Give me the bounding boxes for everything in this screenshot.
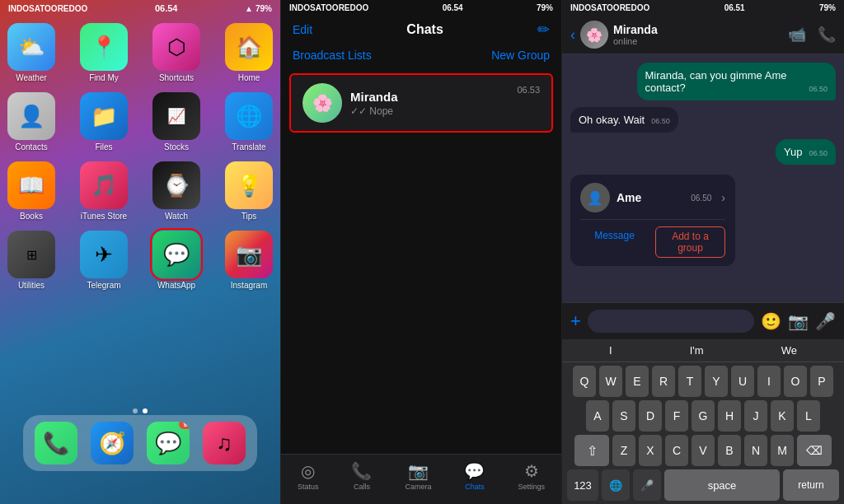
app-icon-books[interactable]: 📖 xyxy=(7,161,55,209)
app-whatsapp[interactable]: 💬 WhatsApp xyxy=(147,231,206,290)
app-utilities[interactable]: ⊞ Utilities xyxy=(2,231,61,290)
key-w[interactable]: W xyxy=(599,366,622,397)
dock-messages[interactable]: 💬 9 xyxy=(147,422,190,464)
camera-input-button[interactable]: 📷 xyxy=(788,311,809,331)
key-backspace[interactable]: ⌫ xyxy=(797,435,832,466)
contact-addgroup-button[interactable]: Add to a group xyxy=(655,226,725,258)
contact-card-chevron: › xyxy=(721,191,725,204)
app-icon-itunes[interactable]: 🎵 xyxy=(80,161,128,209)
app-findmy[interactable]: 📍 Find My xyxy=(74,23,134,82)
key-o[interactable]: O xyxy=(784,366,807,397)
app-icon-weather[interactable]: ⛅ xyxy=(7,23,55,71)
key-m[interactable]: M xyxy=(771,435,794,466)
dock-icon-safari[interactable]: 🧭 xyxy=(91,422,134,464)
key-b[interactable]: B xyxy=(718,435,741,466)
key-r[interactable]: R xyxy=(652,366,675,397)
convo-phone-button[interactable]: 📞 xyxy=(818,26,836,44)
key-f[interactable]: F xyxy=(665,400,688,432)
convo-back-button[interactable]: ‹ xyxy=(570,26,575,44)
key-l[interactable]: L xyxy=(797,400,820,432)
app-stocks[interactable]: 📈 Stocks xyxy=(147,92,206,152)
key-q[interactable]: Q xyxy=(573,366,596,397)
app-shortcuts[interactable]: ⬡ Shortcuts xyxy=(147,23,206,82)
mic-input-button[interactable]: 🎤 xyxy=(815,311,836,331)
app-icon-tips[interactable]: 💡 xyxy=(225,161,273,209)
key-p[interactable]: P xyxy=(810,366,833,397)
key-t[interactable]: T xyxy=(678,366,701,397)
app-home[interactable]: 🏠 Home xyxy=(219,23,279,82)
suggestion-2[interactable]: I'm xyxy=(690,344,704,357)
key-globe[interactable]: 🌐 xyxy=(602,469,630,501)
wa-edit-button[interactable]: Edit xyxy=(293,23,312,36)
wa-tab-status[interactable]: ◎ Status xyxy=(298,461,319,491)
app-icon-translate[interactable]: 🌐 xyxy=(225,92,273,140)
app-itunes[interactable]: 🎵 iTunes Store xyxy=(74,161,134,221)
key-i[interactable]: I xyxy=(757,366,781,397)
wa-newgroup-link[interactable]: New Group xyxy=(491,49,550,62)
message-input[interactable] xyxy=(588,310,754,333)
suggestion-1[interactable]: I xyxy=(609,344,612,357)
key-shift[interactable]: ⇧ xyxy=(574,435,609,466)
app-icon-telegram[interactable]: ✈ xyxy=(80,231,128,278)
key-z[interactable]: Z xyxy=(612,435,635,466)
app-icon-shortcuts[interactable]: ⬡ xyxy=(152,23,200,71)
dock-phone[interactable]: 📞 xyxy=(35,422,77,464)
app-icon-home[interactable]: 🏠 xyxy=(225,23,273,71)
app-files[interactable]: 📁 Files xyxy=(74,92,134,152)
key-k[interactable]: K xyxy=(771,400,794,432)
key-a[interactable]: A xyxy=(586,400,609,432)
app-icon-stocks[interactable]: 📈 xyxy=(152,92,200,140)
key-y[interactable]: Y xyxy=(705,366,728,397)
dock-music[interactable]: ♫ xyxy=(203,422,246,464)
contact-message-button[interactable]: Message xyxy=(580,226,649,258)
dock-safari[interactable]: 🧭 xyxy=(91,422,134,464)
wa-tab-chats[interactable]: 💬 Chats xyxy=(464,461,485,491)
app-translate[interactable]: 🌐 Translate xyxy=(219,92,279,152)
suggestion-3[interactable]: We xyxy=(781,344,797,357)
app-contacts[interactable]: 👤 Contacts xyxy=(2,92,61,152)
wa-broadcast-link[interactable]: Broadcast Lists xyxy=(293,49,372,62)
convo-video-button[interactable]: 📹 xyxy=(788,26,806,44)
convo-contact-info: Miranda online xyxy=(613,23,783,46)
key-u[interactable]: U xyxy=(731,366,754,397)
app-icon-instagram[interactable]: 📷 xyxy=(225,231,273,278)
app-icon-contacts[interactable]: 👤 xyxy=(7,92,55,140)
key-return[interactable]: return xyxy=(783,469,839,501)
wa-tab-settings[interactable]: ⚙ Settings xyxy=(518,461,545,491)
app-tips[interactable]: 💡 Tips xyxy=(219,161,279,221)
wa-tab-camera[interactable]: 📷 Camera xyxy=(405,461,431,491)
key-x[interactable]: X xyxy=(639,435,662,466)
app-icon-findmy[interactable]: 📍 xyxy=(80,23,128,71)
app-label-tips: Tips xyxy=(241,212,257,221)
app-icon-watch[interactable]: ⌚ xyxy=(152,161,200,209)
key-h[interactable]: H xyxy=(718,400,741,432)
sticker-button[interactable]: 🙂 xyxy=(761,311,781,331)
app-telegram[interactable]: ✈ Telegram xyxy=(74,231,134,290)
dock-icon-messages[interactable]: 💬 9 xyxy=(147,422,190,464)
key-s[interactable]: S xyxy=(612,400,635,432)
app-icon-whatsapp[interactable]: 💬 xyxy=(152,231,200,278)
key-v[interactable]: V xyxy=(692,435,715,466)
key-e[interactable]: E xyxy=(626,366,649,397)
app-icon-utilities[interactable]: ⊞ xyxy=(7,231,55,278)
dock-icon-music[interactable]: ♫ xyxy=(203,422,246,464)
app-weather[interactable]: ⛅ Weather xyxy=(2,23,61,82)
key-mic[interactable]: 🎤 xyxy=(633,469,661,501)
app-instagram[interactable]: 📷 Instagram xyxy=(219,231,279,290)
attachment-button[interactable]: + xyxy=(570,310,581,332)
app-icon-files[interactable]: 📁 xyxy=(80,92,128,140)
wa-compose-button[interactable]: ✏ xyxy=(537,21,550,39)
key-c[interactable]: C xyxy=(665,435,688,466)
key-g[interactable]: G xyxy=(692,400,715,432)
wa-tab-calls[interactable]: 📞 Calls xyxy=(351,461,372,491)
key-space[interactable]: space xyxy=(664,469,780,501)
app-watch[interactable]: ⌚ Watch xyxy=(147,161,206,221)
wa-chat-item-miranda[interactable]: 🌸 Miranda ✓✓ Nope 06.53 xyxy=(289,73,553,133)
dock-icon-phone[interactable]: 📞 xyxy=(35,422,77,464)
app-books[interactable]: 📖 Books xyxy=(2,161,61,221)
key-n[interactable]: N xyxy=(744,435,767,466)
convo-battery: 79% xyxy=(819,3,836,12)
key-d[interactable]: D xyxy=(639,400,662,432)
key-123[interactable]: 123 xyxy=(567,469,598,501)
key-j[interactable]: J xyxy=(744,400,767,432)
